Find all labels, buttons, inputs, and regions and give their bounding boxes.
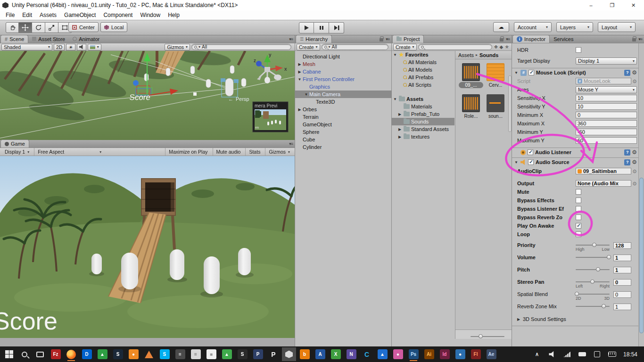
game-panel-menu-icon[interactable]: ▾≡ — [289, 141, 293, 146]
hand-tool-button[interactable] — [6, 22, 19, 33]
mouse-look-component[interactable]: ▼#Mouse Look (Script)?⚙ — [512, 68, 639, 77]
shading-mode-dropdown[interactable]: Shaded▾ — [1, 44, 52, 50]
hierarchy-search-input[interactable]: ▾All — [322, 44, 388, 50]
lighting-toggle-button[interactable]: ☀ — [66, 44, 75, 50]
taskbar-icon-steam[interactable]: S — [111, 347, 125, 361]
taskbar-icon-skype[interactable]: S — [157, 347, 172, 361]
project-favorite-all-models[interactable]: All Models — [392, 66, 454, 74]
taskbar-icon-c-app[interactable]: C — [360, 347, 374, 361]
help-reference-icon[interactable]: ? — [624, 159, 630, 165]
taskbar-icon-vlc[interactable] — [142, 347, 156, 361]
tray-keyboard-icon[interactable] — [605, 347, 619, 361]
project-folder-standard-assets[interactable]: ▶Standard Assets — [392, 125, 454, 133]
breadcrumb-sounds[interactable]: Sounds — [479, 52, 498, 58]
taskbar-icon-firefox[interactable] — [64, 347, 78, 361]
taskbar-icon-task-view[interactable] — [33, 347, 47, 361]
lock-icon[interactable] — [380, 38, 383, 41]
audio-listener-component-enabled-checkbox[interactable] — [528, 149, 533, 155]
taskbar-icon-audacity[interactable]: A — [313, 347, 327, 361]
taskbar-icon-green-app[interactable]: ▲ — [220, 347, 234, 361]
taskbar-icon-search[interactable] — [17, 347, 32, 361]
help-reference-icon[interactable]: ? — [624, 149, 630, 156]
taskbar-icon-start[interactable] — [2, 347, 16, 361]
value-field[interactable]: 0 — [576, 112, 637, 118]
foldout-icon[interactable]: ▶ — [297, 70, 302, 74]
foldout-icon[interactable]: ▼ — [304, 92, 309, 97]
rotate-tool-button[interactable] — [32, 22, 45, 33]
stats-button[interactable]: Stats — [245, 148, 264, 156]
hierarchy-item-orbes[interactable]: ▶Orbes — [295, 106, 391, 113]
taskbar-icon-document[interactable]: ■ — [204, 347, 218, 361]
taskbar-icon-photoshop[interactable]: Ps — [406, 347, 421, 361]
project-favorite-all-materials[interactable]: All Materials — [392, 58, 454, 66]
slider-value-field[interactable]: 1 — [613, 267, 631, 273]
slider-value-field[interactable]: 0 — [613, 291, 631, 298]
maximize-on-play-button[interactable]: Maximize on Play — [165, 148, 211, 156]
audio-source-component-enabled-checkbox[interactable] — [528, 159, 534, 165]
slider-thumb[interactable] — [575, 292, 579, 296]
tab-game[interactable]: Game — [0, 140, 29, 148]
search-by-type-icon[interactable]: ❖ — [494, 44, 498, 49]
scale-tool-button[interactable] — [45, 22, 58, 33]
slider-thumb[interactable] — [607, 255, 611, 259]
taskbar-icon-dropbox[interactable]: D — [80, 347, 94, 361]
asset-file-2[interactable]: Cerv... — [483, 63, 508, 88]
value-field[interactable]: -60 — [576, 129, 637, 135]
foldout-icon[interactable]: ▶ — [397, 135, 402, 139]
hdr-checkbox[interactable] — [576, 47, 581, 53]
search-by-label-icon[interactable]: ◆ — [499, 44, 503, 49]
lock-icon[interactable] — [500, 38, 504, 41]
pivot-button[interactable]: Center — [68, 22, 99, 32]
hierarchy-item-gameobject[interactable]: GameObject — [295, 121, 391, 128]
mute-checkbox[interactable] — [576, 189, 581, 195]
menu-component[interactable]: Component — [99, 12, 136, 18]
taskbar-icon-after-effects[interactable]: Ae — [484, 347, 498, 361]
play-on-awake-checkbox[interactable] — [576, 223, 581, 229]
taskbar-icon-sphere-app[interactable]: ● — [391, 347, 405, 361]
foldout-3d-sound-settings[interactable]: ▶3D Sound Settings — [512, 314, 639, 324]
scene-panel-menu-icon[interactable]: ▾≡ — [289, 37, 293, 41]
project-favorite-all-scripts[interactable]: All Scripts — [392, 81, 454, 89]
slider-thumb[interactable] — [592, 243, 596, 247]
taskbar-icon-filezilla[interactable]: Fz — [49, 347, 63, 361]
menu-assets[interactable]: Assets — [36, 12, 60, 18]
taskbar-icon-orange-app[interactable]: ● — [126, 347, 140, 361]
output-object-field[interactable]: None (Audio Mix — [576, 180, 631, 187]
foldout-icon[interactable]: ▼ — [514, 160, 519, 165]
project-folder-sounds[interactable]: Sounds — [392, 118, 454, 125]
tab-hierarchy[interactable]: ☰Hierarchy — [296, 35, 332, 43]
slider-value-field[interactable]: 1 — [613, 304, 631, 310]
taskbar-icon-blender[interactable]: b — [297, 347, 312, 361]
display-dropdown[interactable]: Display 1▾ — [1, 148, 33, 156]
project-scrollbar[interactable] — [508, 75, 512, 132]
hierarchy-item-terrain[interactable]: Terrain — [295, 113, 391, 121]
hierarchy-item-directional-light[interactable]: Directional Light — [295, 53, 391, 60]
tray-network-icon[interactable] — [560, 347, 574, 361]
move-tool-button[interactable] — [19, 22, 32, 33]
taskbar-icon-green-tool[interactable]: X — [329, 347, 343, 361]
thumbnail-size-slider[interactable] — [455, 329, 512, 339]
target-display-dropdown[interactable]: Display 1▾ — [576, 58, 637, 65]
tray-action-center-icon[interactable] — [590, 347, 604, 361]
scene-gizmos-dropdown[interactable]: Gizmos▾ — [165, 44, 190, 50]
pause-button[interactable] — [314, 22, 329, 33]
taskbar-icon-calculator[interactable]: ≡ — [173, 347, 187, 361]
project-folder-prefab-tuto[interactable]: ▶Prefab_Tuto — [392, 110, 454, 118]
aspect-dropdown[interactable]: Free Aspect▾ — [34, 148, 105, 156]
taskbar-icon-indesign[interactable]: Id — [438, 347, 452, 361]
foldout-icon[interactable]: ▶ — [397, 112, 402, 116]
slider-control[interactable]: HighLow — [576, 245, 610, 246]
taskbar-icon-illustrator[interactable]: Ai — [422, 347, 436, 361]
mute-audio-button[interactable]: Mute audio — [213, 148, 244, 156]
foldout-icon[interactable]: ▶ — [397, 127, 402, 132]
script-object-field[interactable]: #MouseLook — [576, 78, 631, 84]
slider-thumb[interactable] — [590, 280, 594, 284]
taskbar-icon-p-letter[interactable]: P — [266, 347, 281, 361]
tab-inspector[interactable]: iInspector — [512, 35, 550, 43]
bypass-effects-checkbox[interactable] — [576, 197, 581, 203]
breadcrumb-assets[interactable]: Assets — [458, 52, 474, 58]
project-favorites-root[interactable]: ▼★Favorites — [392, 51, 454, 58]
slider-thumb[interactable] — [596, 267, 600, 272]
foldout-icon[interactable]: ▼ — [393, 53, 397, 57]
foldout-icon[interactable]: ▶ — [297, 107, 302, 112]
